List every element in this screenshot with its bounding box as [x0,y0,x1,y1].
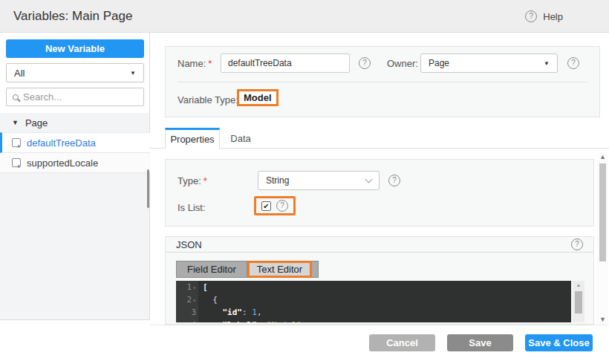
required-mark: * [203,175,207,186]
tree-item-supportedlocale[interactable]: x supportedLocale [0,153,150,173]
editor-toggle-group: Field Editor Text Editor [176,261,319,278]
json-title: JSON [176,239,202,250]
editor-scrollbar-thumb[interactable] [575,291,582,313]
is-list-label: Is List: [178,202,206,213]
type-label: Type:* [178,175,207,186]
toggle-group-edge [312,261,319,278]
new-variable-button[interactable]: New Variable [6,39,144,58]
owner-value: Page [429,58,449,68]
editor-scrollbar[interactable]: ▲ [573,281,584,322]
json-header: JSON ? [166,237,593,253]
save-and-close-button[interactable]: Save & Close [525,334,593,351]
owner-select[interactable]: Page ▼ [420,53,558,73]
field-editor-button[interactable]: Field Editor [176,261,247,278]
code-line-partial: 4 "label": "Node1" [176,319,571,322]
fold-icon[interactable]: ▾ [192,285,196,291]
code-line: 2▾ { [176,293,571,306]
cancel-button[interactable]: Cancel [369,334,435,351]
variable-icon: x [12,138,21,147]
properties-panel: Type:* String ? Is List: ✔ ? [165,159,594,227]
tree-item-label: defaultTreeData [27,137,96,149]
tree-expand-icon[interactable]: ▼ [12,119,19,126]
name-field[interactable] [221,53,350,73]
page-title: Variables: Main Page [13,0,132,33]
save-button[interactable]: Save [447,334,513,351]
owner-label: Owner:* [387,58,424,69]
required-mark: * [208,58,212,69]
scroll-up-icon[interactable]: ▲ [573,281,584,290]
tree-item-label: supportedLocale [27,157,98,169]
is-list-checkbox[interactable]: ✔ [261,201,271,211]
scroll-up-icon[interactable]: ▲ [597,153,608,160]
json-help-icon[interactable]: ? [571,238,583,250]
variable-type-label: Variable Type: [178,94,238,105]
search-input[interactable] [23,91,127,103]
json-panel: JSON ? Field Editor Text Editor 1▾ [ 2▾ … [165,236,594,325]
form-divider [178,82,587,82]
caret-down-icon: ▼ [544,60,550,67]
owner-help-icon[interactable]: ? [567,57,579,69]
variable-icon: x [12,158,21,167]
json-code-editor[interactable]: 1▾ [ 2▾ { 3 "id": 1, 4 "label": "Node1" [176,281,571,322]
tree-group-label: Page [25,117,48,129]
text-editor-button-highlight[interactable]: Text Editor [247,261,312,278]
tree-item-defaulttreedata[interactable]: x defaultTreeData [0,132,150,153]
code-line: 1▾ [ [176,281,571,293]
fold-icon[interactable]: ▾ [192,297,196,304]
name-help-icon[interactable]: ? [359,57,371,69]
content-scrollbar-thumb[interactable] [599,163,606,261]
footer-divider [150,325,609,325]
variable-search[interactable] [6,88,144,106]
filter-value: All [14,68,25,79]
search-icon [13,94,19,100]
variable-form-panel: Name:* ? Owner:* Page ▼ ? Variable Type:… [165,46,600,117]
content-scrollbar[interactable]: ▲ ▼ [597,152,608,325]
chevron-down-icon [365,175,373,183]
sidebar-scrollbar-thumb[interactable] [147,169,149,208]
dialog-header: Variables: Main Page ? Help [0,0,609,33]
variables-sidebar: New Variable All ▼ ▼ Page x defaultTreeD… [0,33,150,320]
caret-down-icon: ▼ [130,70,136,77]
is-list-help-icon[interactable]: ? [276,200,288,212]
scroll-down-icon[interactable]: ▼ [597,316,608,323]
is-list-highlight: ✔ ? [254,196,296,215]
help-link[interactable]: ? Help [525,0,563,33]
help-label: Help [543,11,563,22]
name-label: Name:* [178,58,212,69]
type-select[interactable]: String [258,171,380,190]
type-help-icon[interactable]: ? [388,175,400,186]
tab-properties[interactable]: Properties [165,128,220,149]
type-value: String [266,175,289,186]
help-question-icon: ? [525,10,537,22]
variable-type-value-highlight: Model [237,89,279,106]
code-line: 3 "id": 1, [176,306,571,319]
tab-data[interactable]: Data [220,128,261,149]
variable-filter-select[interactable]: All ▼ [6,63,144,82]
tree-group-page[interactable]: ▼ Page [0,113,150,132]
